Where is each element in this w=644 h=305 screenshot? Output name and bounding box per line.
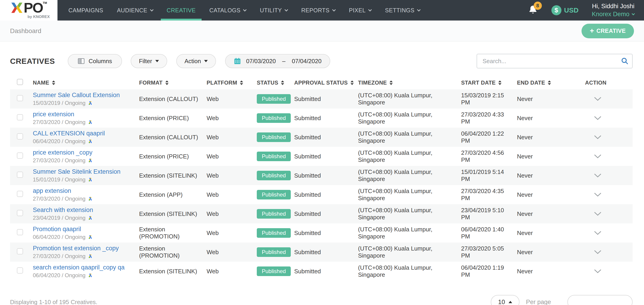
nav-item[interactable]: CREATIVE <box>160 0 202 20</box>
sort-icon[interactable] <box>240 80 243 85</box>
column-header[interactable]: TIMEZONE <box>358 80 461 86</box>
page-title: CREATIVES <box>10 57 55 66</box>
nav-item-label: CATALOGS <box>209 7 240 14</box>
expand-row-chevron-icon[interactable] <box>594 97 602 101</box>
creative-schedule: 15/01/2019 / Ongoing <box>33 176 134 183</box>
table-row: Promotion qaapril 06/04/2020 / Ongoing E… <box>10 224 632 242</box>
row-checkbox[interactable] <box>17 152 23 159</box>
column-header-label: ACTION <box>585 80 606 86</box>
sort-icon[interactable] <box>498 80 502 85</box>
column-header[interactable]: NAME <box>33 80 139 86</box>
creative-schedule-text: 06/04/2020 / Ongoing <box>33 138 86 144</box>
sort-icon[interactable] <box>350 80 354 85</box>
end-date-cell: Never <box>517 268 562 275</box>
creative-name-link[interactable]: app extension <box>33 188 71 194</box>
row-checkbox[interactable] <box>17 114 23 120</box>
sort-icon[interactable] <box>165 80 168 85</box>
account-name: Knorex Demo <box>592 10 634 18</box>
column-header[interactable]: STATUS <box>257 80 294 86</box>
creative-name-link[interactable]: Summer Sale Sitelink Extension <box>33 168 120 175</box>
notifications-button[interactable]: 8 <box>528 4 538 16</box>
creative-schedule-text: 27/03/2020 / Ongoing <box>33 196 86 202</box>
sort-icon[interactable] <box>390 80 393 85</box>
select-all-checkbox[interactable] <box>17 79 23 85</box>
date-range-picker[interactable]: 07/03/2020 – 07/04/2020 <box>225 54 330 68</box>
expand-row-chevron-icon[interactable] <box>594 231 602 235</box>
expand-row-chevron-icon[interactable] <box>594 250 602 254</box>
nav-item[interactable]: UTILITY <box>253 0 294 20</box>
creative-name-link[interactable]: Promotion test extension _copy <box>33 245 119 252</box>
search-input[interactable] <box>476 54 632 68</box>
user-menu[interactable]: Hi, Siddhi Joshi Knorex Demo <box>592 2 634 18</box>
filter-button[interactable]: Filter <box>131 54 167 68</box>
row-checkbox[interactable] <box>17 172 23 178</box>
xpo-logo[interactable]: PO TM by KNOREX <box>0 0 58 20</box>
columns-button[interactable]: Columns <box>68 54 122 68</box>
sort-icon[interactable] <box>281 80 284 85</box>
row-checkbox[interactable] <box>17 210 23 216</box>
nav-item[interactable]: REPORTS <box>294 0 342 20</box>
table-row: Promotion test extension _copy 27/03/202… <box>10 242 632 262</box>
row-checkbox[interactable] <box>17 95 23 101</box>
timezone-cell: (UTC+08:00) Kuala Lumpur, Singapore <box>358 130 461 144</box>
column-header[interactable]: FORMAT <box>139 80 206 86</box>
start-date-cell: 06/04/2020 1:19 PM <box>461 264 517 278</box>
format-cell: Extension (SITELINK) <box>139 268 206 275</box>
results-summary: Displaying 1-10 of 195 Creatives. <box>10 298 98 305</box>
expand-row-chevron-icon[interactable] <box>594 192 602 197</box>
notification-count-badge: 8 <box>534 2 542 10</box>
end-date-cell: Never <box>517 191 562 198</box>
creative-name-link[interactable]: Search with extension <box>33 206 93 214</box>
google-ads-icon <box>88 177 93 182</box>
row-checkbox[interactable] <box>17 191 23 197</box>
nav-item[interactable]: PIXEL <box>342 0 378 20</box>
per-page-selector[interactable]: 10 <box>491 295 520 305</box>
expand-row-chevron-icon[interactable] <box>594 135 602 140</box>
action-cell <box>562 173 632 178</box>
row-checkbox[interactable] <box>17 268 23 274</box>
sort-icon[interactable] <box>548 80 551 85</box>
chevron-down-icon <box>368 8 372 12</box>
creative-name-link[interactable]: search extension qaapril_copy qa <box>33 264 124 271</box>
row-checkbox[interactable] <box>17 133 23 140</box>
column-header[interactable]: END DATE <box>517 80 562 86</box>
creative-name-link[interactable]: price extension <box>33 111 74 118</box>
column-header[interactable]: APPROVAL STATUS <box>294 80 358 86</box>
dollar-icon: $ <box>552 5 562 15</box>
start-date-cell: 06/04/2020 1:40 PM <box>461 226 517 240</box>
column-header[interactable]: ACTION <box>562 80 632 86</box>
search-icon[interactable] <box>621 57 628 65</box>
creative-name-link[interactable]: price extension _copy <box>33 149 92 156</box>
dropdown-arrow-icon <box>204 60 208 62</box>
end-date-cell: Never <box>517 115 562 122</box>
column-header-label: NAME <box>33 80 49 86</box>
column-header[interactable]: START DATE <box>461 80 517 86</box>
sort-icon[interactable] <box>52 80 55 85</box>
nav-item[interactable]: CAMPAIGNS <box>62 0 110 20</box>
create-creative-button[interactable]: + CREATIVE <box>582 24 634 38</box>
creative-name-link[interactable]: Promotion qaapril <box>33 226 81 233</box>
expand-row-chevron-icon[interactable] <box>594 154 602 159</box>
row-checkbox[interactable] <box>17 248 23 254</box>
expand-row-chevron-icon[interactable] <box>594 212 602 216</box>
creative-name-link[interactable]: CALL eXTENSION qaapril <box>33 130 105 137</box>
row-checkbox-cell <box>10 248 33 256</box>
google-ads-icon <box>88 158 93 163</box>
currency-selector[interactable]: $ USD <box>552 5 578 15</box>
expand-row-chevron-icon[interactable] <box>594 269 602 274</box>
creative-name-link[interactable]: Summer Sale Callout Extension <box>33 92 120 99</box>
column-header-label: START DATE <box>461 80 496 86</box>
nav-item[interactable]: CATALOGS <box>202 0 253 20</box>
action-button[interactable]: Action <box>176 54 216 68</box>
expand-row-chevron-icon[interactable] <box>594 173 602 178</box>
expand-row-chevron-icon[interactable] <box>594 116 602 120</box>
nav-item-label: UTILITY <box>260 7 282 14</box>
nav-item[interactable]: SETTINGS <box>378 0 427 20</box>
start-date-cell: 06/04/2020 1:22 PM <box>461 130 517 144</box>
account-name-label: Knorex Demo <box>592 10 630 18</box>
column-header[interactable]: PLATFORM <box>206 80 257 86</box>
timezone-cell: (UTC+08:00) Kuala Lumpur, Singapore <box>358 149 461 164</box>
creative-schedule-text: 15/01/2019 / Ongoing <box>33 176 86 183</box>
nav-item[interactable]: AUDIENCE <box>110 0 160 20</box>
row-checkbox[interactable] <box>17 229 23 235</box>
